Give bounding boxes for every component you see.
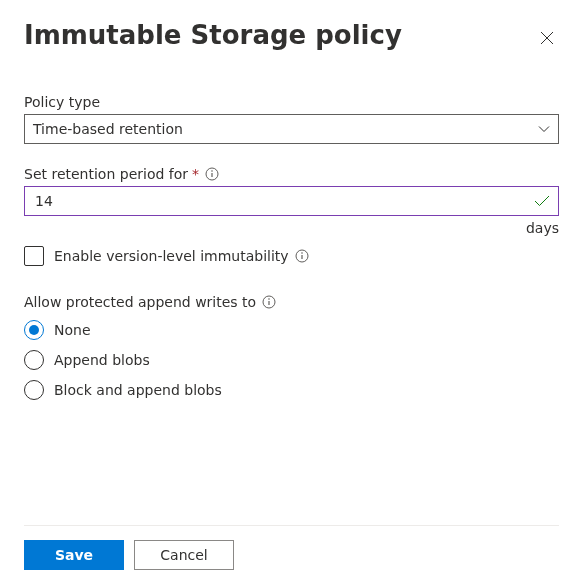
radio-input[interactable] <box>24 350 44 370</box>
radio-input[interactable] <box>24 320 44 340</box>
policy-type-select[interactable]: Time-based retention <box>24 114 559 144</box>
append-writes-label: Allow protected append writes to <box>24 294 559 310</box>
append-writes-section: Allow protected append writes to None Ap… <box>24 294 559 410</box>
checkmark-icon <box>534 195 550 207</box>
radio-label: Block and append blobs <box>54 382 222 398</box>
version-level-checkbox[interactable] <box>24 246 44 266</box>
panel-title: Immutable Storage policy <box>24 20 402 50</box>
chevron-down-icon <box>538 125 550 133</box>
retention-input[interactable] <box>33 192 534 210</box>
retention-field: Set retention period for * days <box>24 166 559 236</box>
radio-option-append[interactable]: Append blobs <box>24 350 559 370</box>
radio-label: Append blobs <box>54 352 150 368</box>
policy-type-field: Policy type Time-based retention <box>24 94 559 144</box>
required-asterisk: * <box>192 166 199 182</box>
radio-option-block-append[interactable]: Block and append blobs <box>24 380 559 400</box>
svg-point-3 <box>211 170 213 172</box>
retention-label: Set retention period for * <box>24 166 559 182</box>
retention-unit: days <box>24 220 559 236</box>
radio-option-none[interactable]: None <box>24 320 559 340</box>
version-level-label-text: Enable version-level immutability <box>54 248 289 264</box>
info-icon[interactable] <box>295 249 309 263</box>
svg-point-6 <box>301 252 303 254</box>
append-writes-label-text: Allow protected append writes to <box>24 294 256 310</box>
policy-type-label: Policy type <box>24 94 559 110</box>
info-icon[interactable] <box>205 167 219 181</box>
cancel-button[interactable]: Cancel <box>134 540 234 570</box>
save-button[interactable]: Save <box>24 540 124 570</box>
immutable-storage-panel: Immutable Storage policy Policy type Tim… <box>0 0 583 586</box>
close-icon <box>540 31 554 45</box>
retention-label-text: Set retention period for <box>24 166 188 182</box>
close-button[interactable] <box>535 26 559 50</box>
retention-input-wrap <box>24 186 559 216</box>
panel-footer: Save Cancel <box>24 525 559 586</box>
version-level-label: Enable version-level immutability <box>54 248 309 264</box>
radio-input[interactable] <box>24 380 44 400</box>
policy-type-value: Time-based retention <box>33 121 183 137</box>
svg-point-9 <box>268 298 270 300</box>
radio-label: None <box>54 322 91 338</box>
version-level-row: Enable version-level immutability <box>24 246 559 266</box>
panel-header: Immutable Storage policy <box>24 20 559 50</box>
info-icon[interactable] <box>262 295 276 309</box>
